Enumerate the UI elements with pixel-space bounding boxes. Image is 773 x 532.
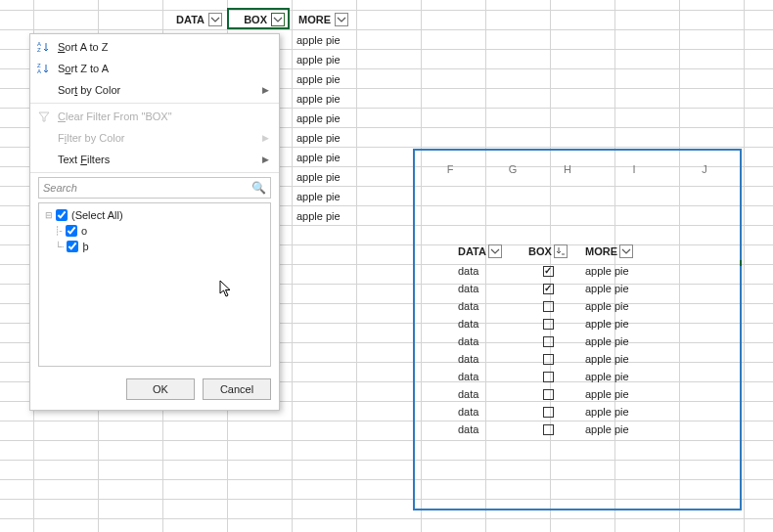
panel-cell-box[interactable] bbox=[541, 421, 555, 438]
panel-cell-box[interactable] bbox=[541, 350, 555, 368]
panel-cell-more[interactable]: apple pie bbox=[585, 297, 629, 315]
col-header-box: BOX bbox=[227, 10, 288, 29]
submenu-arrow-icon: ▶ bbox=[262, 155, 269, 164]
cancel-button[interactable]: Cancel bbox=[203, 378, 271, 400]
menu-separator bbox=[30, 103, 279, 104]
submenu-arrow-icon: ▶ bbox=[262, 133, 269, 143]
checkbox-value[interactable] bbox=[67, 241, 78, 252]
panel-cell-box[interactable] bbox=[541, 315, 555, 332]
svg-text:Z: Z bbox=[37, 47, 41, 53]
panel-cell-data[interactable]: data bbox=[458, 385, 478, 403]
panel-cell-data[interactable]: data bbox=[458, 262, 478, 280]
chevron-down-icon bbox=[337, 15, 346, 24]
menu-sort-za[interactable]: ZA Sort Z to A bbox=[30, 58, 279, 79]
panel-cell-more[interactable]: apple pie bbox=[585, 368, 629, 385]
menu-filter-by-color: Filter by Color ▶ bbox=[30, 127, 279, 149]
filter-select-all-label: (Select All) bbox=[71, 209, 123, 221]
panel-col-letter: J bbox=[685, 160, 724, 178]
chevron-down-icon bbox=[210, 15, 220, 24]
panel-cell-more[interactable]: apple pie bbox=[585, 421, 629, 438]
panel-cell-box[interactable] bbox=[541, 332, 555, 350]
filter-select-all[interactable]: ⊟ (Select All) bbox=[45, 207, 264, 223]
filter-values-tree: ⊟ (Select All) ┊·· o └·· þ bbox=[38, 202, 271, 367]
panel-cell-more[interactable]: apple pie bbox=[585, 403, 629, 421]
cell-more[interactable]: apple pie bbox=[294, 30, 352, 50]
menu-button-row: OK Cancel bbox=[30, 373, 279, 408]
search-icon: 🔍 bbox=[251, 181, 266, 195]
selection-handle bbox=[740, 260, 742, 266]
sort-za-icon: ZA bbox=[36, 62, 52, 75]
cell-more[interactable]: apple pie bbox=[294, 187, 352, 206]
chevron-down-icon bbox=[621, 246, 631, 256]
panel-cell-data[interactable]: data bbox=[458, 315, 478, 332]
cell-more[interactable]: apple pie bbox=[294, 69, 352, 89]
filter-value-item[interactable]: ┊·· o bbox=[45, 223, 264, 239]
cell-more[interactable]: apple pie bbox=[294, 50, 352, 69]
col-header-more-label: MORE bbox=[298, 14, 331, 25]
panel-cell-box[interactable] bbox=[541, 297, 555, 315]
filter-button-mini[interactable] bbox=[619, 244, 633, 258]
panel-cell-more[interactable]: apple pie bbox=[585, 332, 629, 350]
panel-cell-box[interactable] bbox=[541, 368, 555, 385]
panel-cell-more[interactable]: apple pie bbox=[585, 280, 629, 297]
panel-cell-data[interactable]: data bbox=[458, 332, 478, 350]
menu-separator bbox=[30, 172, 279, 173]
filter-button-box[interactable] bbox=[271, 13, 285, 26]
panel-th-data: DATA bbox=[458, 243, 502, 260]
panel-cell-data[interactable]: data bbox=[458, 350, 478, 368]
cell-more[interactable]: apple pie bbox=[294, 167, 352, 187]
panel-cell-box[interactable] bbox=[541, 403, 555, 421]
filter-value-label: o bbox=[81, 225, 87, 237]
panel-col-letter: F bbox=[431, 160, 470, 178]
clear-filter-icon bbox=[36, 110, 52, 123]
panel-cell-data[interactable]: data bbox=[458, 403, 478, 421]
cell-more[interactable]: apple pie bbox=[294, 206, 352, 226]
filter-search-input[interactable]: Search 🔍 bbox=[38, 177, 271, 199]
panel-col-letter: H bbox=[548, 160, 587, 178]
panel-cell-data[interactable]: data bbox=[458, 421, 478, 438]
sort-az-icon: AZ bbox=[36, 40, 52, 54]
panel-cell-box[interactable] bbox=[541, 385, 555, 403]
panel-cell-data[interactable]: data bbox=[458, 280, 478, 297]
panel-cell-data[interactable]: data bbox=[458, 297, 478, 315]
panel-col-letter: G bbox=[493, 160, 532, 178]
panel-cell-data[interactable]: data bbox=[458, 368, 478, 385]
menu-text-filters[interactable]: Text Filters ▶ bbox=[30, 149, 279, 170]
filter-button-data[interactable] bbox=[208, 13, 222, 26]
col-header-more: MORE bbox=[291, 10, 351, 29]
panel-cell-more[interactable]: apple pie bbox=[585, 350, 629, 368]
panel-cell-box[interactable]: ✓ bbox=[541, 262, 555, 280]
col-header-data: DATA bbox=[162, 10, 225, 29]
menu-text-filters-label: Text Filters bbox=[58, 154, 110, 165]
panel-th-more: MORE bbox=[585, 243, 633, 260]
menu-sort-by-color[interactable]: Sort by Color ▶ bbox=[30, 79, 279, 101]
chevron-down-icon bbox=[490, 246, 500, 256]
panel-cell-box[interactable]: ✓ bbox=[541, 280, 555, 297]
filter-button-more[interactable] bbox=[335, 13, 348, 26]
filter-button-mini[interactable] bbox=[488, 244, 502, 258]
menu-sort-az[interactable]: AZ Sort A to Z bbox=[30, 36, 279, 58]
checkbox-value[interactable] bbox=[66, 225, 77, 237]
chevron-down-icon bbox=[273, 15, 283, 24]
panel-cell-more[interactable]: apple pie bbox=[585, 315, 629, 332]
menu-sort-by-color-label: Sort by Color bbox=[58, 84, 120, 96]
menu-sort-az-label: Sort A to Z bbox=[58, 41, 108, 53]
cell-more[interactable]: apple pie bbox=[294, 128, 352, 148]
cell-more[interactable]: apple pie bbox=[294, 89, 352, 109]
filter-menu: AZ Sort A to Z ZA Sort Z to A Sort by Co… bbox=[29, 33, 280, 411]
svg-text:A: A bbox=[37, 68, 41, 74]
cell-more[interactable]: apple pie bbox=[294, 109, 352, 128]
filter-button-mini-sorted[interactable] bbox=[554, 244, 568, 258]
ok-button[interactable]: OK bbox=[126, 378, 195, 400]
panel-cell-more[interactable]: apple pie bbox=[585, 262, 629, 280]
menu-filter-by-color-label: Filter by Color bbox=[58, 132, 124, 144]
checkbox-select-all[interactable] bbox=[56, 209, 68, 221]
col-header-data-label: DATA bbox=[176, 14, 205, 25]
submenu-arrow-icon: ▶ bbox=[262, 85, 269, 95]
panel-cell-more[interactable]: apple pie bbox=[585, 385, 629, 403]
col-header-box-label: BOX bbox=[244, 14, 267, 25]
filter-value-item[interactable]: └·· þ bbox=[45, 239, 264, 254]
panel-col-letter: I bbox=[614, 160, 654, 178]
cell-more[interactable]: apple pie bbox=[294, 148, 352, 167]
filter-value-label: þ bbox=[82, 241, 88, 252]
